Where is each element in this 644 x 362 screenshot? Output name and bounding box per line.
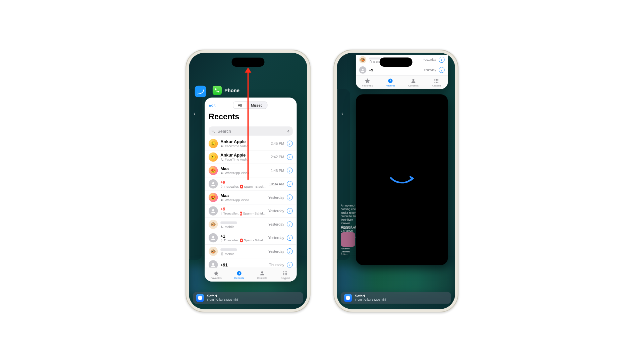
amazon-app-card[interactable] <box>356 94 448 265</box>
svg-point-13 <box>212 263 214 265</box>
call-row[interactable]: +9 Truecaller: Spam - Sahid...Yesterdayi <box>205 204 297 218</box>
svg-point-19 <box>283 273 284 274</box>
tab-keypad[interactable]: Keypad <box>274 268 297 282</box>
handoff-app: Safari <box>355 294 387 298</box>
actor-photo <box>341 232 355 247</box>
call-detail: WhatsApp Video <box>220 198 266 202</box>
info-button[interactable]: i <box>287 154 293 160</box>
caller-name: +91 <box>220 262 266 267</box>
info-button[interactable]: i <box>287 222 293 228</box>
call-row[interactable]: +91 Thursdayi <box>205 258 297 267</box>
swipe-up-arrow-annotation <box>248 71 249 180</box>
info-button[interactable]: i <box>287 248 293 254</box>
call-row[interactable]: 😍Maa WhatsApp VideoYesterdayi <box>205 191 297 204</box>
info-button[interactable]: i <box>287 194 293 200</box>
svg-point-33 <box>434 80 435 81</box>
screen: ‹ Phone Edit All Missed <box>189 53 307 309</box>
caller-name: +9 <box>220 180 266 185</box>
tab-recents[interactable]: Recents <box>228 268 251 282</box>
call-time: Yesterday <box>268 195 284 199</box>
svg-point-25 <box>198 296 202 300</box>
svg-line-1 <box>214 132 215 133</box>
handoff-banner[interactable]: Safari From "Ankur's Mac mini" <box>341 292 451 304</box>
tab-favorites[interactable]: Favorites <box>205 268 228 282</box>
info-button[interactable]: i <box>287 140 293 146</box>
avatar: 🐵 <box>209 247 218 256</box>
svg-rect-26 <box>370 61 371 63</box>
page-title: Recents <box>209 112 293 121</box>
call-row[interactable]: 🐵 mobileYesterdayi <box>205 245 297 258</box>
star-icon <box>213 270 219 276</box>
segmented-control[interactable]: All Missed <box>233 102 267 109</box>
call-time: 2:45 PM <box>271 141 284 145</box>
search-input[interactable]: Search <box>209 126 293 135</box>
caller-name <box>220 247 266 252</box>
person-icon <box>259 270 265 276</box>
info-button[interactable]: i <box>287 208 293 214</box>
svg-point-0 <box>212 130 214 132</box>
info-button[interactable]: i <box>287 181 293 187</box>
call-row[interactable]: 🙂Ankur Apple FaceTime Audio2:42 PMi <box>205 150 297 164</box>
phone-app-card[interactable]: Edit All Missed Recents Search 🙂Ankur Ap… <box>205 98 297 282</box>
caller-name: Maa <box>220 166 268 171</box>
svg-point-20 <box>285 273 286 274</box>
edit-button[interactable]: Edit <box>209 103 215 108</box>
call-detail: FaceTime Video <box>220 144 268 148</box>
handoff-banner[interactable]: Safari From "Ankur's Mac mini" <box>193 292 303 304</box>
svg-point-17 <box>285 271 286 272</box>
tab-contacts[interactable]: Contacts <box>402 75 425 89</box>
recents-list[interactable]: 🙂Ankur Apple FaceTime Video2:45 PMi🙂Anku… <box>205 137 297 268</box>
person-icon <box>411 78 417 84</box>
avatar <box>209 260 218 268</box>
iphone-frame-right: ‹ An up-and-coming chef and a recent div… <box>333 50 458 312</box>
info-button[interactable]: i <box>287 262 293 268</box>
call-row[interactable]: 🐵 mobileYesterdayi <box>205 218 297 231</box>
call-time: Thursday <box>424 68 436 72</box>
call-time: 1:46 PM <box>271 169 284 173</box>
screen: ‹ An up-and-coming chef and a recent div… <box>337 53 455 309</box>
call-row[interactable]: 🙂Ankur Apple FaceTime Video2:45 PMi <box>205 137 297 150</box>
chevron-left-icon: ‹ <box>341 111 343 117</box>
svg-point-32 <box>437 79 438 80</box>
avatar: 🐵 <box>359 56 367 64</box>
search-placeholder: Search <box>217 129 231 134</box>
iphone-frame-left: ‹ Phone Edit All Missed <box>185 50 310 312</box>
dynamic-island <box>380 58 413 67</box>
tab-keypad[interactable]: Keypad <box>425 75 448 89</box>
call-time: Yesterday <box>423 58 436 61</box>
info-button[interactable]: i <box>287 235 293 241</box>
keypad-icon <box>433 78 439 84</box>
app-switcher-label: Phone <box>213 86 239 95</box>
actor-name: Andrew Garfield <box>341 247 355 253</box>
svg-rect-3 <box>221 145 222 147</box>
svg-point-37 <box>436 82 437 83</box>
call-row[interactable]: +1 Truecaller: Spam - What...Yesterdayi <box>205 231 297 245</box>
call-row[interactable]: 😍Maa WhatsApp Video1:46 PMi <box>205 164 297 177</box>
handoff-app: Safari <box>207 294 239 298</box>
segment-missed[interactable]: Missed <box>247 102 267 109</box>
safari-icon <box>344 294 352 302</box>
svg-point-10 <box>212 236 214 238</box>
dock-blur <box>337 266 455 295</box>
avatar: 😍 <box>209 193 218 202</box>
svg-point-15 <box>261 271 263 273</box>
prime-video-icon <box>195 86 206 97</box>
svg-point-35 <box>437 80 438 81</box>
amazon-smile-icon <box>389 173 415 186</box>
svg-point-5 <box>212 182 214 184</box>
segment-all[interactable]: All <box>233 102 246 109</box>
avatar: 😍 <box>209 166 218 175</box>
svg-rect-9 <box>221 213 222 214</box>
tab-favorites[interactable]: Favorites <box>356 75 379 89</box>
call-time: Yesterday <box>268 249 284 253</box>
info-button[interactable]: i <box>439 67 445 73</box>
call-row[interactable]: +9 Truecaller: Spam - Black...10:34 AMi <box>205 177 297 191</box>
tab-contacts[interactable]: Contacts <box>251 268 274 282</box>
search-icon <box>211 129 216 133</box>
svg-rect-2 <box>288 130 289 131</box>
info-button[interactable]: i <box>287 168 293 174</box>
info-button[interactable]: i <box>439 57 445 63</box>
svg-rect-4 <box>221 172 222 174</box>
tab-recents[interactable]: Recents <box>379 75 402 89</box>
dynamic-island <box>232 58 265 67</box>
